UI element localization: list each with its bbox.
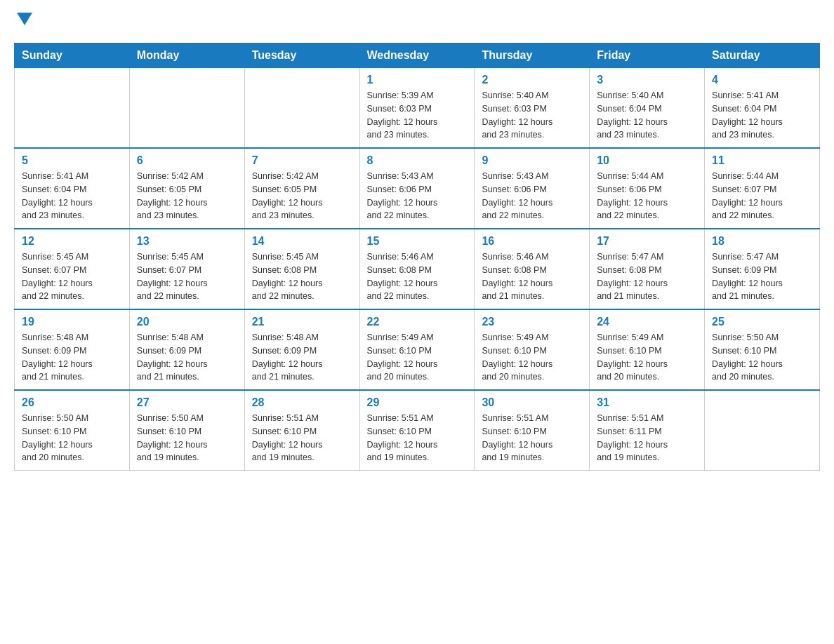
calendar-cell: 31Sunrise: 5:51 AMSunset: 6:11 PMDayligh… [590, 390, 705, 471]
svg-marker-0 [17, 13, 32, 25]
logo [14, 14, 32, 29]
column-header-thursday: Thursday [475, 43, 590, 68]
day-number: 28 [252, 396, 352, 409]
day-number: 12 [22, 235, 122, 248]
day-info: Sunrise: 5:49 AMSunset: 6:10 PMDaylight:… [482, 331, 582, 384]
calendar-cell: 5Sunrise: 5:41 AMSunset: 6:04 PMDaylight… [15, 148, 130, 229]
calendar-cell: 14Sunrise: 5:45 AMSunset: 6:08 PMDayligh… [244, 229, 359, 309]
day-info: Sunrise: 5:43 AMSunset: 6:06 PMDaylight:… [482, 170, 582, 222]
day-info: Sunrise: 5:51 AMSunset: 6:10 PMDaylight:… [482, 412, 582, 464]
day-info: Sunrise: 5:48 AMSunset: 6:09 PMDaylight:… [252, 331, 352, 384]
day-number: 30 [482, 396, 582, 409]
calendar-cell: 19Sunrise: 5:48 AMSunset: 6:09 PMDayligh… [15, 309, 130, 390]
day-number: 29 [367, 396, 468, 409]
calendar-week-row: 12Sunrise: 5:45 AMSunset: 6:07 PMDayligh… [15, 229, 820, 309]
day-info: Sunrise: 5:49 AMSunset: 6:10 PMDaylight:… [367, 331, 468, 384]
calendar-cell: 20Sunrise: 5:48 AMSunset: 6:09 PMDayligh… [129, 309, 244, 390]
calendar-week-row: 19Sunrise: 5:48 AMSunset: 6:09 PMDayligh… [15, 309, 820, 390]
day-number: 4 [712, 74, 812, 86]
calendar-table: SundayMondayTuesdayWednesdayThursdayFrid… [14, 43, 820, 471]
day-info: Sunrise: 5:48 AMSunset: 6:09 PMDaylight:… [137, 331, 237, 384]
calendar-cell: 3Sunrise: 5:40 AMSunset: 6:04 PMDaylight… [590, 68, 705, 149]
calendar-cell: 11Sunrise: 5:44 AMSunset: 6:07 PMDayligh… [705, 148, 820, 229]
day-info: Sunrise: 5:43 AMSunset: 6:06 PMDaylight:… [367, 170, 468, 222]
calendar-cell: 4Sunrise: 5:41 AMSunset: 6:04 PMDaylight… [705, 68, 820, 149]
day-info: Sunrise: 5:45 AMSunset: 6:08 PMDaylight:… [252, 250, 352, 303]
day-info: Sunrise: 5:44 AMSunset: 6:07 PMDaylight:… [712, 170, 812, 222]
day-info: Sunrise: 5:40 AMSunset: 6:03 PMDaylight:… [482, 89, 582, 142]
column-header-friday: Friday [590, 43, 705, 68]
day-number: 25 [712, 316, 812, 328]
calendar-cell: 9Sunrise: 5:43 AMSunset: 6:06 PMDaylight… [475, 148, 590, 229]
calendar-cell: 25Sunrise: 5:50 AMSunset: 6:10 PMDayligh… [705, 309, 820, 390]
day-number: 9 [482, 154, 582, 167]
day-info: Sunrise: 5:42 AMSunset: 6:05 PMDaylight:… [137, 170, 237, 222]
calendar-cell: 12Sunrise: 5:45 AMSunset: 6:07 PMDayligh… [15, 229, 130, 309]
column-header-wednesday: Wednesday [359, 43, 475, 68]
day-number: 15 [367, 235, 468, 248]
calendar-cell: 27Sunrise: 5:50 AMSunset: 6:10 PMDayligh… [129, 390, 244, 471]
day-number: 3 [597, 74, 697, 86]
calendar-cell: 8Sunrise: 5:43 AMSunset: 6:06 PMDaylight… [359, 148, 475, 229]
day-number: 26 [22, 396, 122, 409]
calendar-cell: 2Sunrise: 5:40 AMSunset: 6:03 PMDaylight… [475, 68, 590, 149]
day-number: 21 [252, 316, 352, 328]
calendar-cell: 7Sunrise: 5:42 AMSunset: 6:05 PMDaylight… [244, 148, 359, 229]
day-info: Sunrise: 5:51 AMSunset: 6:10 PMDaylight:… [367, 412, 468, 464]
day-info: Sunrise: 5:46 AMSunset: 6:08 PMDaylight:… [367, 250, 468, 303]
calendar-cell [15, 68, 130, 149]
calendar-cell: 10Sunrise: 5:44 AMSunset: 6:06 PMDayligh… [590, 148, 705, 229]
calendar-cell: 1Sunrise: 5:39 AMSunset: 6:03 PMDaylight… [359, 68, 475, 149]
day-info: Sunrise: 5:46 AMSunset: 6:08 PMDaylight:… [482, 250, 582, 303]
day-info: Sunrise: 5:49 AMSunset: 6:10 PMDaylight:… [597, 331, 697, 384]
calendar-cell [129, 68, 244, 149]
calendar-cell: 6Sunrise: 5:42 AMSunset: 6:05 PMDaylight… [129, 148, 244, 229]
day-info: Sunrise: 5:41 AMSunset: 6:04 PMDaylight:… [712, 89, 812, 142]
day-info: Sunrise: 5:50 AMSunset: 6:10 PMDaylight:… [712, 331, 812, 384]
day-info: Sunrise: 5:39 AMSunset: 6:03 PMDaylight:… [367, 89, 468, 142]
day-number: 2 [482, 74, 582, 86]
day-number: 13 [137, 235, 237, 248]
day-info: Sunrise: 5:45 AMSunset: 6:07 PMDaylight:… [22, 250, 122, 303]
calendar-cell [244, 68, 359, 149]
day-number: 14 [252, 235, 352, 248]
day-info: Sunrise: 5:47 AMSunset: 6:09 PMDaylight:… [712, 250, 812, 303]
day-number: 20 [137, 316, 237, 328]
day-number: 24 [597, 316, 697, 328]
day-number: 1 [367, 74, 468, 86]
day-number: 18 [712, 235, 812, 248]
column-header-sunday: Sunday [15, 43, 130, 68]
day-number: 8 [367, 154, 468, 167]
day-number: 31 [597, 396, 697, 409]
day-number: 19 [22, 316, 122, 328]
day-number: 5 [22, 154, 122, 167]
day-info: Sunrise: 5:51 AMSunset: 6:11 PMDaylight:… [597, 412, 697, 464]
day-info: Sunrise: 5:40 AMSunset: 6:04 PMDaylight:… [597, 89, 697, 142]
day-info: Sunrise: 5:50 AMSunset: 6:10 PMDaylight:… [22, 412, 122, 464]
calendar-header-row: SundayMondayTuesdayWednesdayThursdayFrid… [15, 43, 820, 68]
calendar-week-row: 26Sunrise: 5:50 AMSunset: 6:10 PMDayligh… [15, 390, 820, 471]
calendar-cell: 28Sunrise: 5:51 AMSunset: 6:10 PMDayligh… [244, 390, 359, 471]
column-header-monday: Monday [129, 43, 244, 68]
page-header [14, 14, 820, 29]
column-header-tuesday: Tuesday [244, 43, 359, 68]
day-number: 27 [137, 396, 237, 409]
calendar-cell: 23Sunrise: 5:49 AMSunset: 6:10 PMDayligh… [475, 309, 590, 390]
day-info: Sunrise: 5:48 AMSunset: 6:09 PMDaylight:… [22, 331, 122, 384]
calendar-week-row: 5Sunrise: 5:41 AMSunset: 6:04 PMDaylight… [15, 148, 820, 229]
day-info: Sunrise: 5:44 AMSunset: 6:06 PMDaylight:… [597, 170, 697, 222]
calendar-cell: 16Sunrise: 5:46 AMSunset: 6:08 PMDayligh… [475, 229, 590, 309]
day-number: 7 [252, 154, 352, 167]
day-info: Sunrise: 5:51 AMSunset: 6:10 PMDaylight:… [252, 412, 352, 464]
calendar-cell: 15Sunrise: 5:46 AMSunset: 6:08 PMDayligh… [359, 229, 475, 309]
day-number: 16 [482, 235, 582, 248]
day-info: Sunrise: 5:50 AMSunset: 6:10 PMDaylight:… [137, 412, 237, 464]
calendar-week-row: 1Sunrise: 5:39 AMSunset: 6:03 PMDaylight… [15, 68, 820, 149]
day-number: 17 [597, 235, 697, 248]
calendar-cell: 24Sunrise: 5:49 AMSunset: 6:10 PMDayligh… [590, 309, 705, 390]
day-number: 6 [137, 154, 237, 167]
logo-arrow-icon [17, 13, 32, 27]
calendar-cell: 29Sunrise: 5:51 AMSunset: 6:10 PMDayligh… [359, 390, 475, 471]
calendar-cell: 13Sunrise: 5:45 AMSunset: 6:07 PMDayligh… [129, 229, 244, 309]
day-info: Sunrise: 5:41 AMSunset: 6:04 PMDaylight:… [22, 170, 122, 222]
